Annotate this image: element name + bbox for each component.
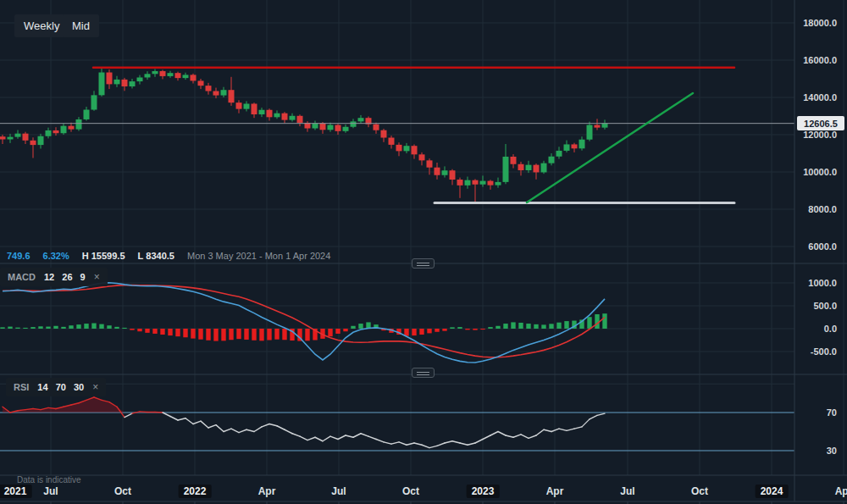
time-axis-label: Jul: [331, 485, 346, 497]
time-axis-label: Jul: [620, 485, 634, 497]
price-axis[interactable]: 18000.016000.014000.012000.010000.08000.…: [796, 0, 845, 504]
chart-style-button[interactable]: Mid: [63, 14, 99, 37]
time-axis-label: Oct: [402, 485, 419, 497]
time-axis-label: Oct: [691, 485, 708, 497]
high-readout: H 15599.5: [82, 251, 125, 261]
change-percent: 6.32%: [43, 251, 69, 261]
pane-resize-handle[interactable]: [412, 368, 435, 378]
high-label: H: [82, 251, 89, 261]
low-readout: L 8340.5: [138, 251, 174, 261]
time-axis-label: Apr: [546, 485, 564, 497]
price-axis-label: 10000.0: [803, 167, 837, 177]
macd-pane: [0, 283, 606, 363]
date-range: Mon 3 May 2021 - Mon 1 Apr 2024: [187, 251, 330, 261]
trend-drawings: [93, 68, 734, 203]
timeframe-button[interactable]: Weekly: [14, 14, 69, 37]
rsi-axis-label: 70: [827, 407, 837, 418]
price-axis-label: 8000.0: [808, 204, 837, 214]
price-axis-label: 14000.0: [803, 92, 837, 102]
current-price-tag: 12606.5: [797, 116, 844, 130]
low-label: L: [138, 251, 144, 261]
time-axis-label: Apr: [258, 485, 276, 497]
price-axis-label: 18000.0: [803, 18, 837, 28]
time-axis-label: Apr: [835, 485, 847, 497]
macd-axis-label: -500.0: [811, 346, 837, 357]
gridlines: [0, 0, 844, 475]
rsi-indicator-chip[interactable]: RSI 14 70 30 ×: [6, 378, 106, 396]
rsi-params: 14 70 30: [37, 382, 84, 392]
rsi-axis-label: 30: [827, 446, 837, 456]
macd-axis-label: 0.0: [824, 324, 837, 334]
time-axis-label: 2022: [179, 485, 212, 497]
macd-label: MACD: [8, 272, 36, 282]
instrument-status-row: 749.6 6.32% H 15599.5 L 8340.5 Mon 3 May…: [7, 251, 330, 261]
time-axis-label: 2021: [0, 485, 31, 497]
macd-axis-label: 500.0: [813, 301, 837, 311]
change-value: 749.6: [7, 251, 30, 261]
time-axis-label: 2024: [756, 485, 789, 497]
macd-close-icon[interactable]: ×: [94, 271, 100, 283]
macd-axis-label: 1000.0: [808, 278, 837, 288]
time-axis-label: Jul: [43, 485, 58, 497]
rsi-label: RSI: [14, 382, 29, 392]
pane-resize-handle[interactable]: [412, 258, 435, 269]
price-axis-label: 16000.0: [803, 55, 837, 65]
time-axis-label: Oct: [114, 485, 131, 497]
macd-params: 12 26 9: [44, 272, 86, 282]
price-axis-label: 6000.0: [808, 241, 837, 252]
rsi-close-icon[interactable]: ×: [92, 381, 98, 393]
rsi-pane: [0, 397, 794, 451]
time-axis[interactable]: 2021JulOct2022AprJulOct2023AprJulOct2024…: [0, 480, 847, 502]
time-axis-label: 2023: [467, 485, 500, 497]
low-value: 8340.5: [146, 251, 174, 261]
price-axis-label: 12000.0: [803, 130, 837, 140]
data-indicative-note: Data is indicative: [17, 475, 81, 485]
macd-indicator-chip[interactable]: MACD 12 26 9 ×: [0, 268, 108, 286]
high-value: 15599.5: [91, 251, 125, 261]
